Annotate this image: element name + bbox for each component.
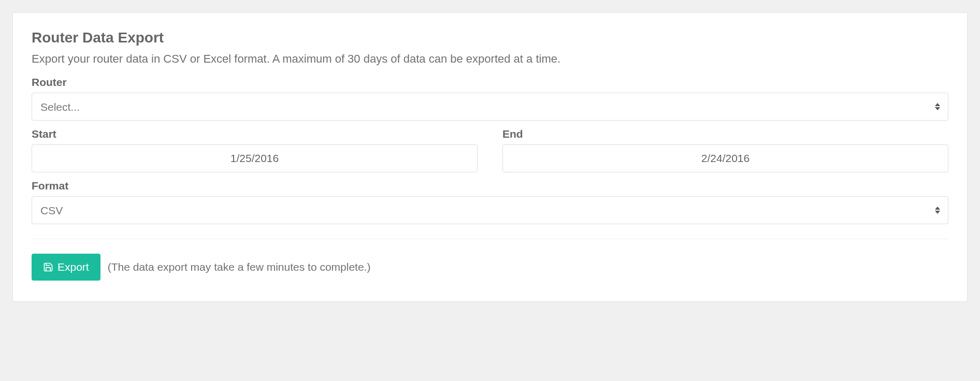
end-label: End: [502, 128, 948, 140]
action-row: Export (The data export may take a few m…: [32, 254, 948, 281]
export-button[interactable]: Export: [32, 254, 100, 281]
format-select-wrap: CSV: [32, 196, 948, 224]
start-label: Start: [32, 128, 478, 140]
end-field: End: [502, 128, 948, 172]
page-title: Router Data Export: [32, 30, 948, 46]
export-note: (The data export may take a few minutes …: [108, 261, 371, 273]
end-input[interactable]: [502, 144, 948, 172]
router-select-wrap: Select...: [32, 93, 948, 121]
page-description: Export your router data in CSV or Excel …: [32, 52, 948, 66]
save-icon: [43, 262, 53, 272]
start-input[interactable]: [32, 144, 478, 172]
divider: [32, 239, 948, 239]
router-field: Router Select...: [32, 76, 948, 121]
format-select[interactable]: CSV: [32, 196, 948, 224]
format-label: Format: [32, 180, 948, 192]
start-field: Start: [32, 128, 478, 172]
router-select[interactable]: Select...: [32, 93, 948, 121]
export-panel: Router Data Export Export your router da…: [12, 12, 968, 302]
format-field: Format CSV: [32, 180, 948, 224]
router-label: Router: [32, 76, 948, 89]
export-button-label: Export: [57, 261, 89, 273]
date-row: Start End: [32, 128, 948, 172]
